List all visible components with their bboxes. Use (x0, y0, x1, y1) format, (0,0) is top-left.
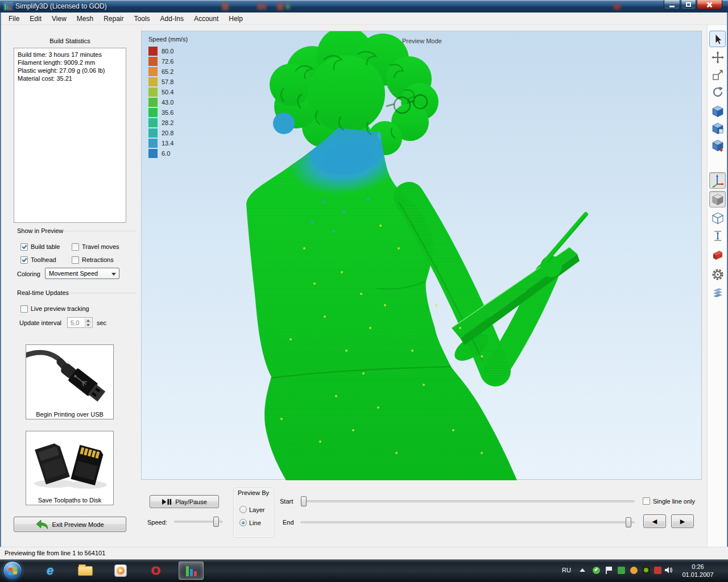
end-slider-track[interactable] (300, 521, 635, 523)
model-cube-3-button[interactable] (709, 137, 726, 153)
single-line-label: Single line only (653, 498, 695, 505)
minimize-icon (669, 6, 675, 7)
menu-account[interactable]: Account (189, 13, 224, 24)
status-text: Previewing file from line 1 to 564101 (5, 550, 105, 556)
app-icon[interactable] (3, 2, 13, 11)
red-slab-icon (711, 248, 725, 262)
red-app-icon (654, 567, 661, 574)
close-icon (706, 2, 713, 8)
tray-app-green-icon[interactable] (617, 566, 626, 575)
travel-moves-checkbox[interactable] (72, 243, 79, 251)
legend-entries: 80.072.665.257.850.443.035.628.220.813.4… (148, 46, 188, 159)
axes-toggle-button[interactable] (709, 172, 726, 189)
radio-dot-icon (242, 521, 245, 524)
3d-viewport[interactable]: Speed (mm/s) 80.072.665.257.850.443.035.… (141, 31, 702, 480)
windows-flag-icon (9, 567, 18, 576)
minimize-button[interactable] (664, 0, 680, 10)
spinner-up-button[interactable] (85, 318, 92, 322)
flag-icon (605, 567, 612, 574)
legend-value: 65.2 (162, 68, 173, 75)
tray-flag-icon[interactable] (604, 566, 613, 575)
stat-material-cost: Material cost: 35.21 (18, 74, 122, 82)
support-button[interactable] (709, 247, 726, 263)
step-forward-button[interactable]: ▶ (671, 514, 694, 528)
titlebar[interactable]: Simplify3D (Licensed to GOD) (0, 0, 728, 13)
group-divider (64, 231, 136, 231)
preview-by-title: Preview By (238, 489, 269, 496)
window-title: Simplify3D (Licensed to GOD) (15, 2, 107, 10)
translate-tool-button[interactable] (709, 49, 726, 65)
play-pause-icon (162, 498, 172, 505)
menu-edit[interactable]: Edit (24, 13, 47, 24)
clock-date: 01.01.2007 (678, 571, 718, 579)
glass-smudge (222, 3, 229, 10)
taskbar-simplify3d-icon[interactable] (179, 562, 204, 580)
layers-button[interactable] (709, 284, 726, 301)
opera-logo: O (151, 564, 160, 577)
select-tool-button[interactable] (709, 31, 726, 47)
exit-preview-button[interactable]: Exit Preview Mode (14, 517, 126, 532)
menu-repair[interactable]: Repair (98, 13, 129, 24)
coloring-value: Movement Speed (49, 270, 98, 277)
cube-icon (711, 139, 725, 152)
preview-by-line-radio[interactable] (239, 519, 247, 526)
menu-addins[interactable]: Add-Ins (155, 13, 189, 24)
live-preview-checkbox[interactable] (20, 305, 28, 313)
taskbar-media-player-icon[interactable] (109, 562, 132, 580)
measure-button[interactable] (709, 227, 726, 244)
speed-label: Speed: (147, 519, 167, 526)
start-slider-track[interactable] (300, 500, 635, 502)
scale-tool-button[interactable] (709, 66, 726, 83)
retractions-checkbox[interactable] (72, 256, 79, 264)
tray-app-orange-icon[interactable] (629, 566, 638, 575)
close-button[interactable] (697, 0, 722, 10)
ie-logo: e (47, 563, 53, 578)
preview-by-layer-radio[interactable] (239, 506, 247, 513)
glass-smudge (257, 3, 266, 10)
spinner-down-button[interactable] (85, 322, 92, 327)
speed-slider-handle[interactable] (213, 517, 219, 527)
language-indicator[interactable]: RU (562, 567, 571, 573)
tray-nvidia-icon[interactable] (642, 566, 651, 575)
hidden-icons-button[interactable] (578, 566, 587, 575)
play-pause-button[interactable]: Play/Pause (150, 495, 219, 508)
maximize-button[interactable] (681, 0, 696, 10)
build-table-checkbox[interactable] (20, 243, 28, 251)
menu-view[interactable]: View (47, 13, 72, 24)
save-toolpaths-button[interactable]: Save Toolpaths to Disk (26, 431, 114, 505)
right-toolbar (707, 25, 727, 547)
legend-entry: 20.8 (148, 128, 188, 138)
menu-file[interactable]: File (3, 13, 24, 24)
legend-swatch (148, 139, 158, 148)
taskbar-internet-explorer-icon[interactable]: e (39, 562, 61, 580)
legend-swatch (148, 67, 158, 76)
legend-value: 80.0 (162, 48, 173, 55)
settings-button[interactable] (709, 266, 726, 282)
end-slider-handle[interactable] (626, 517, 631, 527)
menu-tools[interactable]: Tools (129, 13, 155, 24)
tray-app-red-icon[interactable] (653, 566, 662, 575)
rotate-tool-button[interactable] (709, 84, 726, 100)
save-toolpaths-label: Save Toolpaths to Disk (26, 497, 113, 504)
toolhead-checkbox[interactable] (20, 256, 28, 264)
start-button[interactable] (3, 561, 22, 580)
build-table-label: Build table (31, 243, 60, 250)
taskbar-opera-icon[interactable]: O (144, 562, 167, 580)
model-cube-2-button[interactable] (709, 120, 726, 136)
step-back-button[interactable]: ◀ (643, 514, 666, 528)
preview-mode-button[interactable] (709, 191, 726, 207)
legend-entry: 43.0 (148, 97, 188, 107)
menu-mesh[interactable]: Mesh (72, 13, 98, 24)
taskbar-clock[interactable]: 0:26 01.01.2007 (678, 563, 718, 579)
single-line-checkbox[interactable] (643, 497, 650, 505)
begin-printing-usb-button[interactable]: Begin Printing over USB (26, 344, 114, 419)
tray-update-icon[interactable] (592, 566, 601, 575)
model-cube-1-button[interactable] (709, 103, 726, 119)
start-slider-handle[interactable] (301, 496, 307, 506)
tray-volume-icon[interactable] (664, 566, 673, 575)
cross-section-button[interactable] (709, 210, 726, 226)
taskbar-folder-icon[interactable] (74, 562, 97, 580)
update-interval-spinner[interactable]: 5,0 (67, 317, 93, 328)
coloring-dropdown[interactable]: Movement Speed (45, 268, 119, 279)
menu-help[interactable]: Help (224, 13, 248, 24)
